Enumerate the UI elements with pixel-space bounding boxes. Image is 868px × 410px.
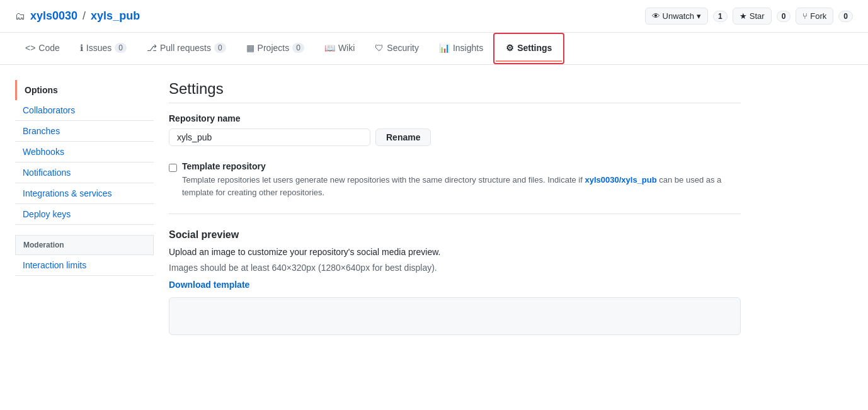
tab-code[interactable]: <> Code — [15, 35, 70, 62]
chevron-down-icon: ▾ — [697, 11, 701, 21]
star-button[interactable]: ★ Star — [733, 8, 772, 25]
social-preview-section: Social preview Upload an image to custom… — [169, 229, 741, 335]
tab-wiki[interactable]: 📖 Wiki — [314, 35, 365, 62]
eye-icon: 👁 — [652, 11, 660, 21]
template-checkbox-row: Template repository Template repositorie… — [169, 161, 741, 198]
template-desc-link[interactable]: xyls0030/xyls_pub — [585, 175, 656, 185]
sidebar-moderation-section: Moderation Interaction limits — [15, 235, 154, 276]
sidebar-item-notifications[interactable]: Notifications — [15, 162, 154, 183]
fork-button[interactable]: ⑂ Fork — [796, 8, 833, 25]
settings-icon: ⚙ — [506, 43, 514, 53]
top-bar: 🗂 xyls0030 / xyls_pub 👁 Unwatch ▾ 1 ★ St… — [0, 0, 868, 33]
tab-settings[interactable]: ⚙ Settings — [496, 35, 562, 62]
code-icon: <> — [25, 43, 35, 53]
security-icon: 🛡 — [375, 43, 384, 53]
repo-name-link[interactable]: xyls_pub — [91, 9, 140, 23]
pr-icon: ⎇ — [147, 43, 157, 53]
template-desc-pre: Template repositories let users generate… — [182, 175, 585, 185]
template-checkbox-label: Template repository — [182, 161, 741, 171]
social-preview-box — [169, 297, 741, 335]
template-section: Template repository Template repositorie… — [169, 161, 741, 198]
social-preview-title: Social preview — [169, 229, 741, 241]
settings-content: Settings Repository name Rename Template… — [169, 80, 741, 350]
tab-settings-label: Settings — [517, 43, 552, 53]
sidebar-item-collaborators[interactable]: Collaborators — [15, 100, 154, 121]
fork-count: 0 — [838, 11, 853, 22]
page-title: Settings — [169, 80, 741, 103]
watch-label: Unwatch — [663, 11, 695, 21]
tab-security-label: Security — [387, 43, 419, 53]
star-label: Star — [750, 11, 765, 21]
tab-projects-label: Projects — [258, 43, 290, 53]
projects-count: 0 — [292, 43, 304, 53]
social-preview-note: Images should be at least 640×320px (128… — [169, 261, 741, 275]
star-count: 0 — [777, 11, 791, 22]
sidebar: Options Collaborators Branches Webhooks … — [15, 80, 154, 350]
wiki-icon: 📖 — [324, 43, 335, 53]
repo-name-row: Rename — [169, 128, 741, 146]
settings-tab-highlight: ⚙ Settings — [493, 33, 564, 64]
pr-count: 0 — [214, 43, 226, 53]
template-checkbox-desc: Template repositories let users generate… — [182, 174, 741, 198]
issues-icon: ℹ — [80, 43, 83, 53]
repo-icon: 🗂 — [15, 11, 25, 22]
fork-icon: ⑂ — [802, 11, 808, 21]
tab-issues-label: Issues — [86, 43, 111, 53]
watch-button[interactable]: 👁 Unwatch ▾ — [645, 8, 709, 25]
sidebar-main-section: Options Collaborators Branches Webhooks … — [15, 80, 154, 225]
section-divider — [169, 214, 741, 214]
repo-title: 🗂 xyls0030 / xyls_pub — [15, 9, 140, 23]
tab-wiki-label: Wiki — [338, 43, 355, 53]
repo-owner-link[interactable]: xyls0030 — [30, 9, 77, 23]
tab-insights-label: Insights — [453, 43, 483, 53]
tab-insights[interactable]: 📊 Insights — [429, 35, 493, 62]
tab-pr-label: Pull requests — [160, 43, 211, 53]
fork-label: Fork — [810, 11, 826, 21]
sidebar-item-interaction-limits[interactable]: Interaction limits — [15, 255, 154, 276]
repo-name-input[interactable] — [169, 128, 370, 146]
sidebar-item-branches[interactable]: Branches — [15, 121, 154, 142]
insights-icon: 📊 — [439, 43, 450, 53]
template-checkbox[interactable] — [169, 163, 177, 173]
sidebar-item-webhooks[interactable]: Webhooks — [15, 142, 154, 162]
tab-projects[interactable]: ▦ Projects 0 — [236, 35, 314, 62]
sidebar-item-integrations[interactable]: Integrations & services — [15, 183, 154, 204]
tab-issues[interactable]: ℹ Issues 0 — [70, 35, 137, 62]
projects-icon: ▦ — [246, 43, 254, 53]
top-actions: 👁 Unwatch ▾ 1 ★ Star 0 ⑂ Fork 0 — [645, 8, 853, 25]
issues-count: 0 — [115, 43, 127, 53]
sidebar-moderation-header: Moderation — [15, 235, 154, 255]
rename-button[interactable]: Rename — [375, 128, 431, 146]
repo-separator: / — [83, 9, 86, 23]
watch-count: 1 — [713, 11, 728, 22]
repo-name-label: Repository name — [169, 113, 741, 123]
social-preview-desc: Upload an image to customize your reposi… — [169, 246, 741, 259]
star-icon: ★ — [740, 11, 747, 21]
template-checkbox-content: Template repository Template repositorie… — [182, 161, 741, 198]
sidebar-item-deploy-keys[interactable]: Deploy keys — [15, 204, 154, 225]
tab-pull-requests[interactable]: ⎇ Pull requests 0 — [137, 35, 236, 62]
tab-code-label: Code — [38, 43, 59, 53]
main-layout: Options Collaborators Branches Webhooks … — [0, 65, 756, 365]
nav-tabs: <> Code ℹ Issues 0 ⎇ Pull requests 0 ▦ P… — [0, 33, 868, 65]
repo-name-section: Repository name Rename — [169, 113, 741, 146]
tab-security[interactable]: 🛡 Security — [365, 35, 429, 62]
sidebar-item-options[interactable]: Options — [15, 80, 154, 100]
download-template-link[interactable]: Download template — [169, 280, 249, 290]
